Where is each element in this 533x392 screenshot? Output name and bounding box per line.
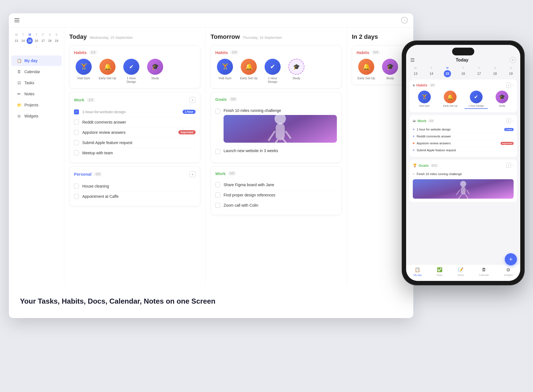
t-alarm-icon: 🔔 (241, 59, 257, 75)
habit-2d-study[interactable]: 🎓 Study (380, 59, 400, 80)
cal-date-19[interactable]: 19 (53, 37, 60, 44)
phone-nav-notes[interactable]: 📝 Notes (458, 267, 464, 276)
habit-visit-gym[interactable]: 🏋 Visit Gym (74, 59, 93, 80)
task-meetup[interactable]: Meetup with team (74, 148, 196, 158)
cal-date-13[interactable]: 13 (13, 37, 19, 44)
in2days-habits-header: Habits 0/4 (357, 50, 404, 55)
task-reddit[interactable]: Reddit comments answer (74, 117, 196, 127)
task-checkbox-3[interactable] (74, 130, 79, 135)
phone-task-appstore[interactable]: Appstore review answers Important (413, 140, 514, 147)
phone-nav-calendar[interactable]: 🗓 Calendar (479, 267, 489, 276)
habit-t-design[interactable]: ✔ 1 Hour Design (263, 59, 282, 84)
phone-cal-day-f[interactable]: F 17 (474, 66, 484, 77)
cal-date-17[interactable]: 17 (40, 37, 46, 44)
phone-habit-alarm[interactable]: 🔔 Early Get Up (439, 91, 462, 107)
phone-cal-day-t1[interactable]: T 14 (426, 66, 436, 77)
tomorrow-habits-count: 0/4 (230, 50, 239, 55)
phone-habit-study[interactable]: 🎓 Study (491, 91, 514, 107)
phone-fab-button[interactable]: + (505, 253, 517, 265)
task-checkbox-t3[interactable] (215, 203, 220, 208)
phone-habit-design[interactable]: ✔ 1 hour Design (465, 91, 488, 109)
task-house-cleaning[interactable]: House cleaning (74, 181, 196, 191)
phone-nav-tasks[interactable]: ✅ Tasks (436, 267, 443, 276)
hamburger-icon[interactable] (14, 18, 19, 22)
phone-cal-day-w[interactable]: W 15 (442, 66, 452, 77)
phone-task-reddit[interactable]: Reddit comments answer (413, 133, 514, 140)
task-checkbox-t1[interactable] (215, 182, 220, 187)
phone-task-dot-3 (413, 142, 414, 144)
phone-cal-day-s2[interactable]: S 19 (506, 66, 516, 77)
phone-task-apple[interactable]: Submit Apple feature request (413, 147, 514, 153)
task-appstore[interactable]: Appstore review answers Important (74, 127, 196, 138)
work-add-button[interactable]: + (189, 97, 196, 103)
goal-running[interactable]: Finish 10 miles running challenge (215, 106, 337, 146)
sidebar: M T W T F S S 13 14 15 16 17 18 (9, 28, 64, 318)
phone-goals-add[interactable]: + (506, 163, 511, 168)
phone-hamburger-icon[interactable] (411, 58, 414, 62)
task-checkbox-2[interactable] (74, 120, 79, 125)
habit-t-study[interactable]: 🎓 Study (287, 59, 306, 80)
phone-habits-add[interactable]: + (506, 83, 511, 88)
task-text-2: Reddit comments answer (82, 120, 196, 124)
today-personal-card: Personal 0/5 + House cleaning Appointmen… (69, 166, 200, 206)
phone-nav-my-day[interactable]: 📋 My day (414, 267, 422, 276)
phone-task-website[interactable]: 1 hour for website design 1 hour (413, 126, 514, 133)
phone-smiley-icon[interactable]: ☺ (510, 57, 516, 63)
task-checkbox-p1[interactable] (74, 184, 79, 189)
phone-nav-widgets[interactable]: ⊙ Widgets (504, 267, 513, 276)
task-design-refs[interactable]: Find proper design references (215, 190, 337, 200)
phone-calendar: M 13 T 14 W 15 T 16 (406, 65, 520, 80)
task-checkbox-t2[interactable] (215, 193, 220, 198)
sidebar-item-widgets[interactable]: ⊙ Widgets (11, 111, 62, 121)
task-zoom-call[interactable]: Zoom call with Colin (215, 200, 337, 210)
habit-1-hour-design[interactable]: ✔ 1 Hour Design (122, 59, 141, 84)
sidebar-item-calendar[interactable]: 🗓 Calendar (11, 66, 62, 77)
task-appointment-caffe[interactable]: Appointment at Caffe (74, 191, 196, 201)
personal-add-button[interactable]: + (189, 171, 196, 177)
task-checkbox-p2[interactable] (74, 194, 79, 199)
task-text-t3: Zoom call with Colin (224, 203, 337, 207)
sidebar-item-projects[interactable]: 📁 Projects (11, 100, 62, 110)
svg-rect-2 (276, 123, 285, 140)
phone-habits-chevron[interactable]: › (513, 84, 514, 87)
habit-early-get-up[interactable]: 🔔 Early Get Up (98, 59, 117, 80)
habit-study[interactable]: 🎓 Study (145, 59, 165, 80)
phone-work-chevron[interactable]: › (513, 119, 514, 122)
task-checkbox-1[interactable]: ✓ (74, 109, 79, 114)
goal-website[interactable]: Launch new website in 3 weeks (215, 146, 337, 158)
svg-rect-10 (461, 187, 466, 195)
habit-t-gym[interactable]: 🏋 Visit Gym (215, 59, 235, 80)
cal-date-18[interactable]: 18 (47, 37, 53, 44)
phone-goals-header: 🏆 Goals 0/11 + › (413, 163, 514, 168)
habit-t-alarm[interactable]: 🔔 Early Get Up (239, 59, 258, 80)
phone-screen: Today ☺ M 13 T 14 (406, 45, 520, 281)
task-apple[interactable]: Submit Apple feature request (74, 138, 196, 148)
tomorrow-subtitle: Thursday, 16 September (243, 35, 282, 40)
phone-goals-chevron[interactable]: › (513, 164, 514, 167)
cal-day-header: M (13, 33, 19, 36)
phone-cal-day-m[interactable]: M 13 (411, 66, 421, 77)
habit-2d-alarm[interactable]: 🔔 Early Get Up (357, 59, 376, 80)
task-checkbox-5[interactable] (74, 150, 79, 155)
task-figma[interactable]: Share Figma board with Jane (215, 180, 337, 190)
cal-date-15[interactable]: 15 (27, 37, 33, 44)
phone-cal-day-s1[interactable]: S 18 (490, 66, 500, 77)
task-website-design[interactable]: ✓ 1 hour for website design 1 hour (74, 107, 196, 117)
in2days-habits-card: Habits 0/4 🔔 Early Get Up 🎓 Stud (352, 45, 408, 85)
sidebar-item-my-day[interactable]: 📋 My day (11, 55, 62, 66)
phone-goal-running[interactable]: Finish 10 miles running challenge (413, 171, 514, 178)
phone-work-add[interactable]: 1 (506, 118, 511, 123)
sidebar-item-tasks[interactable]: ☑ Tasks (11, 78, 62, 88)
more-options-button[interactable]: ··· (401, 17, 408, 24)
task-checkbox-4[interactable] (74, 140, 79, 145)
sidebar-item-notes[interactable]: ✏ Notes (11, 89, 62, 99)
habit-label-t-design: 1 Hour Design (263, 76, 282, 84)
cal-date-16[interactable]: 16 (33, 37, 39, 44)
cal-date-14[interactable]: 14 (20, 37, 26, 44)
phone-cal-day-t2[interactable]: T 16 (458, 66, 468, 77)
phone-habit-gym[interactable]: 🏋 Visit Gym (413, 91, 436, 107)
goal-checkbox-2[interactable] (215, 149, 220, 154)
goal-checkbox-1[interactable] (215, 109, 220, 114)
habit-label-study: Study (151, 76, 159, 80)
calendar-expand-chevron[interactable]: ⌄ (13, 45, 60, 48)
